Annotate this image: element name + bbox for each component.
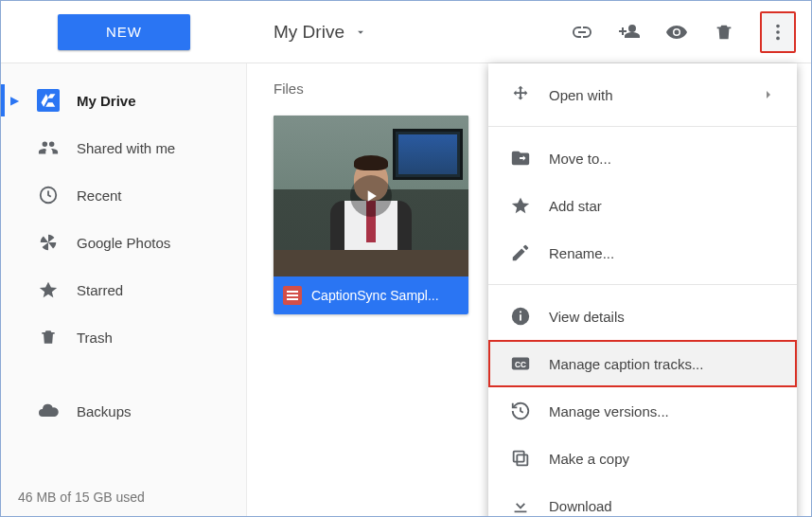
menu-separator bbox=[488, 284, 797, 285]
menu-item-label: Open with bbox=[549, 87, 613, 103]
menu-manage-captions[interactable]: CC Manage caption tracks... bbox=[488, 340, 797, 387]
menu-move-to[interactable]: Move to... bbox=[488, 134, 797, 182]
history-icon bbox=[509, 400, 532, 422]
chevron-down-icon bbox=[354, 26, 367, 39]
play-icon[interactable] bbox=[350, 175, 392, 217]
sidebar-item-backups[interactable]: Backups bbox=[1, 387, 246, 435]
menu-open-with[interactable]: Open with bbox=[488, 71, 797, 118]
sidebar-item-label: My Drive bbox=[77, 93, 136, 109]
sidebar-item-label: Shared with me bbox=[77, 140, 175, 156]
cloud-icon bbox=[37, 400, 60, 422]
menu-download[interactable]: Download bbox=[488, 482, 797, 517]
svg-rect-6 bbox=[520, 312, 521, 313]
menu-rename[interactable]: Rename... bbox=[488, 229, 797, 276]
chevron-right-icon bbox=[761, 87, 776, 102]
breadcrumb[interactable]: My Drive bbox=[247, 22, 571, 43]
menu-item-label: Make a copy bbox=[549, 451, 629, 467]
svg-point-1 bbox=[776, 30, 780, 34]
thumb-table bbox=[274, 250, 468, 276]
sidebar-item-photos[interactable]: Google Photos bbox=[1, 219, 246, 266]
people-icon bbox=[37, 136, 60, 159]
sidebar-item-starred[interactable]: Starred bbox=[1, 266, 246, 313]
sidebar-item-label: Backups bbox=[77, 403, 132, 419]
copy-icon bbox=[509, 447, 532, 470]
add-person-icon[interactable] bbox=[618, 21, 641, 44]
menu-make-copy[interactable]: Make a copy bbox=[488, 435, 797, 482]
trash-icon bbox=[37, 326, 60, 348]
menu-item-label: Add star bbox=[549, 198, 602, 214]
menu-item-label: Manage versions... bbox=[549, 403, 669, 419]
sidebar-item-trash[interactable]: Trash bbox=[1, 313, 246, 361]
svg-point-0 bbox=[776, 24, 780, 27]
sidebar-item-my-drive[interactable]: ▶ My Drive bbox=[1, 77, 246, 124]
topbar: NEW My Drive bbox=[1, 1, 811, 63]
svg-rect-10 bbox=[514, 452, 524, 462]
move-arrows-icon bbox=[509, 83, 532, 106]
caret-right-icon: ▶ bbox=[10, 94, 19, 107]
menu-item-label: Manage caption tracks... bbox=[549, 356, 703, 372]
pinwheel-icon bbox=[37, 231, 60, 254]
menu-manage-versions[interactable]: Manage versions... bbox=[488, 387, 797, 435]
new-button[interactable]: NEW bbox=[58, 14, 190, 50]
folder-arrow-icon bbox=[509, 147, 532, 169]
file-title: CaptionSync Sampl... bbox=[311, 288, 439, 303]
star-icon bbox=[509, 194, 532, 217]
file-card[interactable]: CaptionSync Sampl... bbox=[274, 116, 468, 314]
storage-text: 46 MB of 15 GB used bbox=[1, 480, 246, 516]
menu-item-label: Rename... bbox=[549, 245, 614, 261]
menu-view-details[interactable]: View details bbox=[488, 293, 797, 340]
video-file-icon bbox=[283, 286, 302, 305]
sidebar-item-label: Starred bbox=[77, 282, 123, 298]
topbar-actions bbox=[571, 11, 811, 53]
sidebar-item-label: Recent bbox=[77, 187, 122, 204]
svg-point-2 bbox=[776, 36, 780, 40]
preview-eye-icon[interactable] bbox=[665, 21, 688, 44]
clock-icon bbox=[37, 184, 60, 206]
download-icon bbox=[509, 494, 532, 517]
context-menu: Open with Move to... Add star Rename... … bbox=[488, 63, 797, 517]
menu-separator bbox=[488, 126, 797, 127]
menu-item-label: View details bbox=[549, 309, 625, 325]
menu-item-label: Move to... bbox=[549, 151, 611, 167]
svg-text:CC: CC bbox=[515, 361, 526, 369]
sidebar-item-label: Trash bbox=[77, 330, 113, 346]
sidebar-item-shared[interactable]: Shared with me bbox=[1, 124, 246, 171]
info-icon bbox=[509, 305, 532, 328]
trash-icon[interactable] bbox=[713, 21, 735, 44]
video-thumbnail[interactable] bbox=[274, 116, 468, 276]
nav-list: ▶ My Drive Shared with me Rec bbox=[1, 63, 246, 361]
menu-add-star[interactable]: Add star bbox=[488, 182, 797, 229]
sidebar-item-recent[interactable]: Recent bbox=[1, 171, 246, 219]
menu-item-label: Download bbox=[549, 498, 612, 514]
sidebar: ▶ My Drive Shared with me Rec bbox=[1, 63, 247, 516]
cc-icon: CC bbox=[509, 352, 532, 375]
file-meta: CaptionSync Sampl... bbox=[274, 276, 468, 314]
pencil-icon bbox=[509, 241, 532, 264]
topbar-left: NEW bbox=[1, 14, 247, 50]
drive-icon bbox=[37, 89, 60, 112]
svg-rect-5 bbox=[520, 314, 521, 320]
svg-rect-9 bbox=[517, 455, 527, 465]
link-icon[interactable] bbox=[571, 21, 593, 44]
breadcrumb-title: My Drive bbox=[274, 22, 344, 43]
sidebar-item-label: Google Photos bbox=[77, 235, 170, 251]
star-icon bbox=[37, 278, 60, 301]
more-actions-button[interactable] bbox=[760, 11, 796, 53]
